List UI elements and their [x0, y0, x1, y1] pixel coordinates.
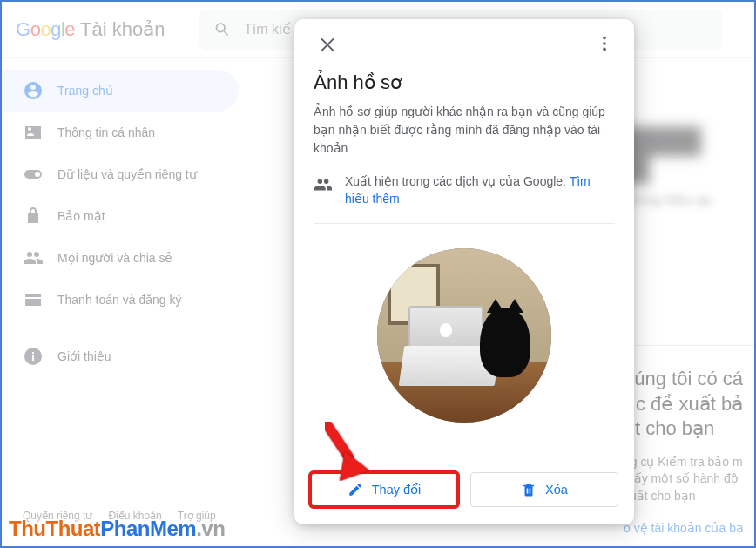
modal-header	[294, 19, 634, 68]
more-vert-icon	[595, 34, 614, 53]
modal-actions: Thay đổi Xóa	[294, 460, 634, 524]
people-icon	[314, 175, 333, 194]
modal-body: Ảnh hồ sơ Ảnh hồ sơ giúp người khác nhận…	[294, 68, 634, 460]
avatar-preview[interactable]	[377, 248, 551, 423]
delete-button[interactable]: Xóa	[470, 472, 618, 507]
change-button[interactable]: Thay đổi	[310, 472, 458, 507]
svg-point-0	[603, 37, 606, 40]
delete-button-label: Xóa	[545, 483, 568, 497]
watermark: ThuThuatPhanMem.vn	[9, 517, 225, 541]
trash-icon	[521, 482, 537, 497]
modal-description: Ảnh hồ sơ giúp người khác nhận ra bạn và…	[314, 103, 615, 158]
close-icon	[317, 33, 338, 54]
pencil-icon	[348, 482, 363, 497]
svg-point-2	[603, 48, 606, 51]
profile-photo-modal: Ảnh hồ sơ Ảnh hồ sơ giúp người khác nhận…	[294, 19, 634, 524]
more-options-button[interactable]	[587, 26, 622, 61]
visibility-info: Xuất hiện trong các dịch vụ của Google. …	[314, 173, 615, 224]
svg-point-1	[603, 42, 606, 45]
change-button-label: Thay đổi	[372, 483, 422, 497]
avatar-preview-wrap	[314, 224, 615, 431]
close-button[interactable]	[310, 26, 345, 61]
visibility-text: Xuất hiện trong các dịch vụ của Google.	[345, 174, 570, 188]
modal-title: Ảnh hồ sơ	[314, 71, 615, 94]
